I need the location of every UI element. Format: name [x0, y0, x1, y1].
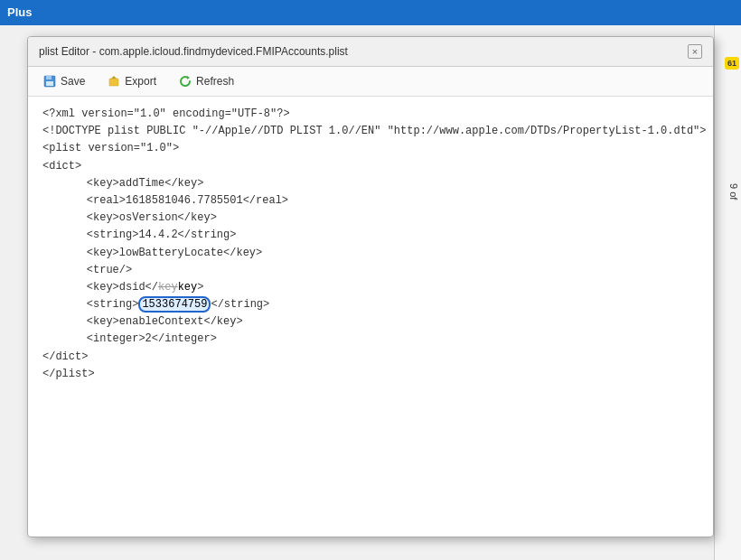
svg-marker-4: [111, 76, 117, 79]
top-bar: Plus: [0, 0, 741, 25]
sidebar-badge: 61: [725, 57, 739, 70]
dialog-overlay: plist Editor - com.apple.icloud.findmyde…: [27, 27, 714, 542]
svg-rect-2: [46, 81, 53, 86]
close-button[interactable]: ×: [688, 44, 702, 59]
xml-line-4: <dict>: [42, 158, 699, 175]
xml-line-6: <real>1618581046.7785501</real>: [42, 192, 699, 210]
xml-line-7: <key>osVersion</key>: [42, 210, 699, 227]
xml-line-16: </plist>: [42, 366, 699, 383]
xml-line-8: <string>14.4.2</string>: [42, 227, 699, 244]
xml-content: <?xml version="1.0" encoding="UTF-8"?> <…: [28, 97, 713, 524]
xml-line-13: <key>enableContext</key>: [42, 313, 699, 331]
refresh-button[interactable]: Refresh: [174, 72, 238, 90]
xml-line-5: <key>addTime</key>: [42, 175, 699, 192]
plist-editor-dialog: plist Editor - com.apple.icloud.findmyde…: [27, 36, 714, 537]
save-icon: [42, 74, 57, 89]
xml-line-9: <key>lowBatteryLocate</key>: [42, 245, 699, 262]
xml-line-12: <string>1533674759</string>: [42, 296, 699, 313]
right-sidebar: 61 9 of: [714, 25, 741, 560]
refresh-icon: [178, 74, 192, 89]
save-button[interactable]: Save: [39, 72, 89, 90]
svg-marker-5: [187, 76, 190, 79]
svg-rect-3: [109, 79, 118, 86]
xml-line-11: <key>dsid</keykey>: [42, 279, 699, 296]
dialog-titlebar: plist Editor - com.apple.icloud.findmyde…: [28, 37, 713, 67]
refresh-label: Refresh: [196, 75, 234, 88]
export-icon: [107, 74, 121, 89]
xml-line-3: <plist version="1.0">: [42, 140, 699, 157]
xml-line-2: <!DOCTYPE plist PUBLIC "-//Apple//DTD PL…: [42, 123, 699, 140]
dialog-toolbar: Save Export Refresh: [28, 67, 713, 97]
highlighted-value: 1533674759: [138, 296, 211, 313]
xml-line-15: </dict>: [42, 349, 699, 366]
app-title: Plus: [7, 5, 32, 19]
xml-line-10: <true/>: [42, 262, 699, 279]
svg-rect-1: [46, 76, 52, 79]
xml-line-1: <?xml version="1.0" encoding="UTF-8"?>: [42, 106, 699, 123]
xml-line-14: <integer>2</integer>: [42, 331, 699, 348]
export-button[interactable]: Export: [103, 72, 160, 90]
save-label: Save: [61, 75, 85, 88]
export-label: Export: [125, 75, 156, 88]
dialog-title: plist Editor - com.apple.icloud.findmyde…: [39, 45, 348, 58]
nine-of-label: 9 of: [728, 183, 739, 200]
